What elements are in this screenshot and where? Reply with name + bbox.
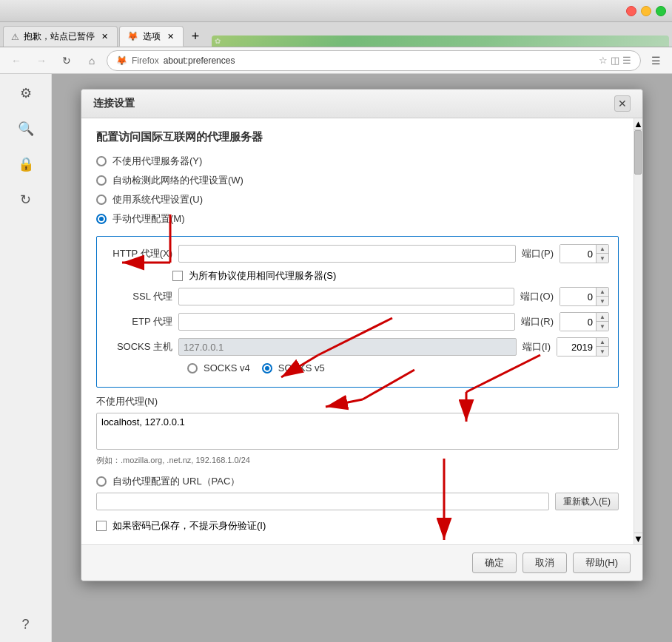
socks-port-spinbox: ▲ ▼ [557, 337, 609, 357]
close-button[interactable] [656, 6, 666, 16]
socks-proxy-row: SOCKS 主机 端口(I) ▲ ▼ [106, 337, 609, 357]
no-proxy-label: 不使用代理(N) [96, 395, 619, 408]
socks-v4-input[interactable] [187, 363, 198, 374]
http-port-input[interactable] [560, 245, 596, 263]
socks-v5-radio[interactable]: SOCKS v5 [262, 362, 325, 374]
ssl-port-input[interactable] [560, 288, 596, 305]
address-icons: ☆ ◫ ☰ [599, 55, 631, 66]
ftp-port-down[interactable]: ▼ [597, 322, 608, 331]
ssl-proxy-input[interactable] [178, 288, 514, 305]
radio-system-proxy-label: 使用系统代理设置(U) [112, 193, 203, 206]
same-proxy-label: 为所有协议使用相同代理服务器(S) [189, 269, 336, 283]
socks-version-row: SOCKS v4 SOCKS v5 [106, 362, 609, 374]
ssl-proxy-label: SSL 代理 [106, 290, 172, 303]
radio-system-proxy-input[interactable] [96, 195, 107, 205]
radio-manual-proxy-input[interactable] [96, 214, 107, 224]
http-proxy-label: HTTP 代理(X) [106, 247, 172, 260]
url-text[interactable]: about:preferences [164, 55, 594, 66]
radio-no-proxy-input[interactable] [96, 156, 107, 166]
bookmark-icon[interactable]: ☆ [599, 55, 608, 66]
http-proxy-input[interactable] [178, 245, 516, 263]
tab-1[interactable]: ⚠ 抱歉，站点已暂停 ✕ [3, 26, 118, 47]
extensions-button[interactable]: ☰ [645, 50, 666, 71]
modal-close-button[interactable]: ✕ [614, 95, 631, 112]
modal-body: 配置访问国际互联网的代理服务器 不使用代理服务器(Y) 自动检测此网络的代理设置… [81, 118, 634, 544]
http-port-up[interactable]: ▲ [597, 245, 608, 254]
radio-system-proxy[interactable]: 使用系统代理设置(U) [96, 193, 619, 206]
scroll-down-button[interactable]: ▼ [634, 533, 642, 544]
sidebar-icon-settings[interactable]: ⚙ [14, 81, 38, 105]
browser-content: ⚙ 🔍 🔒 ↻ ? 连接设置 ✕ [0, 74, 672, 642]
pac-url-input[interactable] [96, 493, 549, 510]
radio-no-proxy-label: 不使用代理服务器(Y) [112, 155, 202, 168]
sidebar-icon-lock[interactable]: 🔒 [14, 152, 38, 176]
scroll-up-button[interactable]: ▲ [634, 118, 642, 130]
pac-url-radio-input[interactable] [96, 476, 107, 487]
tab-bar: ⚠ 抱歉，站点已暂停 ✕ 🦊 选项 ✕ + ✿ [0, 22, 672, 47]
no-proxy-textarea[interactable]: localhost, 127.0.0.1 [96, 413, 619, 450]
socks-port-label: 端口(I) [523, 340, 551, 354]
credentials-checkbox[interactable] [96, 521, 107, 531]
scroll-track[interactable] [634, 130, 642, 533]
browser-name-label: Firefox [132, 55, 159, 66]
manual-proxy-config-box: HTTP 代理(X) 端口(P) ▲ ▼ [96, 236, 619, 388]
radio-manual-proxy-label: 手动代理配置(M) [112, 212, 185, 226]
tab-close-1[interactable]: ✕ [99, 32, 110, 42]
radio-no-proxy[interactable]: 不使用代理服务器(Y) [96, 155, 619, 168]
socks-port-down[interactable]: ▼ [597, 347, 608, 356]
reload-pac-button[interactable]: 重新载入(E) [555, 493, 619, 510]
ssl-port-down[interactable]: ▼ [597, 297, 608, 305]
radio-auto-detect-label: 自动检测此网络的代理设置(W) [112, 174, 243, 187]
modal-overlay: 连接设置 ✕ 配置访问国际互联网的代理服务器 不使用 [52, 74, 672, 642]
forward-button[interactable]: → [31, 50, 52, 71]
credentials-section: 如果密码已保存，不提示身份验证(I) [96, 519, 619, 533]
ftp-proxy-label: ETP 代理 [106, 315, 172, 328]
tab-favicon-2: 🦊 [127, 31, 138, 41]
socks-v5-input[interactable] [262, 363, 272, 374]
modal-scrollbar[interactable]: ▲ ▼ [634, 118, 642, 544]
tab-title-2: 选项 [143, 30, 161, 43]
socks-proxy-input[interactable] [178, 338, 517, 356]
navigation-bar: ← → ↻ ⌂ 🦊 Firefox about:preferences ☆ ◫ … [0, 47, 672, 74]
back-button[interactable]: ← [6, 50, 27, 71]
tab-bar-decoration: ✿ [215, 37, 221, 45]
minimize-button[interactable] [626, 6, 636, 16]
menu-icon[interactable]: ☰ [622, 55, 631, 66]
sidebar-icon-search[interactable]: 🔍 [14, 117, 38, 141]
socks-port-input[interactable] [557, 338, 596, 356]
ok-button[interactable]: 确定 [472, 553, 517, 573]
http-port-spinbox: ▲ ▼ [560, 244, 609, 263]
sidebar-icon-sync[interactable]: ↻ [14, 188, 38, 212]
radio-manual-proxy[interactable]: 手动代理配置(M) [96, 212, 619, 226]
tab-2[interactable]: 🦊 选项 ✕ [119, 26, 184, 47]
help-button[interactable]: 帮助(H) [573, 553, 631, 573]
ftp-port-up[interactable]: ▲ [597, 313, 608, 322]
socks-port-up[interactable]: ▲ [597, 338, 608, 347]
address-bar[interactable]: 🦊 Firefox about:preferences ☆ ◫ ☰ [107, 50, 641, 71]
rss-icon[interactable]: ◫ [611, 55, 619, 66]
ftp-proxy-input[interactable] [178, 313, 515, 331]
refresh-button[interactable]: ↻ [56, 50, 77, 71]
cancel-button[interactable]: 取消 [523, 553, 567, 573]
new-tab-button[interactable]: + [185, 26, 206, 47]
http-proxy-row: HTTP 代理(X) 端口(P) ▲ ▼ [106, 244, 609, 263]
socks-v4-radio[interactable]: SOCKS v4 [187, 362, 250, 374]
title-bar [0, 0, 672, 22]
pac-url-section: 自动代理配置的 URL（PAC） 重新载入(E) [96, 475, 619, 510]
http-port-down[interactable]: ▼ [597, 254, 608, 263]
sidebar-icon-help[interactable]: ? [14, 612, 38, 636]
home-button[interactable]: ⌂ [81, 50, 102, 71]
proxy-section-title: 配置访问国际互联网的代理服务器 [96, 130, 619, 144]
tab-close-2[interactable]: ✕ [165, 31, 175, 41]
radio-auto-detect[interactable]: 自动检测此网络的代理设置(W) [96, 174, 619, 187]
modal-header: 连接设置 ✕ [81, 89, 642, 118]
scroll-thumb[interactable] [634, 130, 642, 175]
ssl-port-up[interactable]: ▲ [597, 288, 608, 297]
sidebar: ⚙ 🔍 🔒 ↻ ? [0, 74, 52, 642]
maximize-button[interactable] [641, 6, 651, 16]
ftp-port-input[interactable] [560, 313, 596, 331]
pac-url-radio[interactable]: 自动代理配置的 URL（PAC） [96, 475, 619, 488]
radio-auto-detect-input[interactable] [96, 175, 107, 186]
same-proxy-checkbox[interactable] [172, 271, 183, 281]
socks-v4-label: SOCKS v4 [204, 362, 250, 374]
